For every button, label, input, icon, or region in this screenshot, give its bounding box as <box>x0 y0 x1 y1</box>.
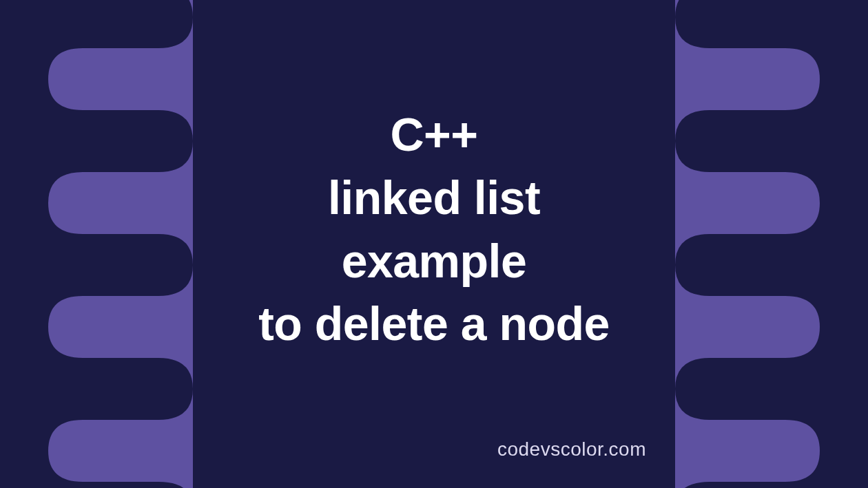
banner-title: C++ linked list example to delete a node <box>0 103 868 356</box>
watermark-text: codevscolor.com <box>138 438 868 460</box>
title-line-3: example <box>0 230 868 293</box>
title-line-1: C++ <box>0 103 868 167</box>
promo-banner: C++ linked list example to delete a node… <box>0 0 868 488</box>
title-line-4: to delete a node <box>0 293 868 356</box>
title-line-2: linked list <box>0 167 868 230</box>
